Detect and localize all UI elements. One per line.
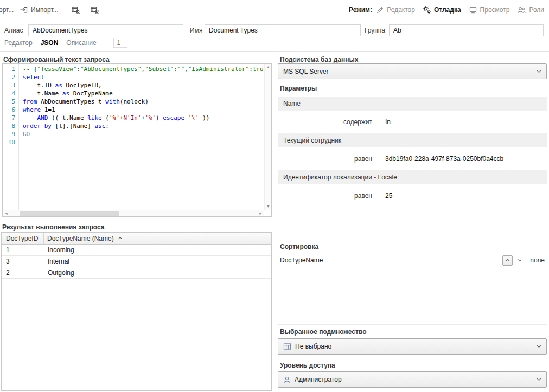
code-token: from [23, 98, 37, 105]
param-value[interactable]: 25 [385, 192, 392, 200]
code-line: -- {"TessaView":"AbDocumentTypes","Subse… [23, 65, 264, 73]
code-token: as [55, 82, 62, 89]
code-token: '%' [109, 114, 120, 121]
tab-editor[interactable]: Редактор [4, 39, 33, 47]
code-token: escape [163, 114, 184, 121]
export-button-label: орт... [0, 6, 14, 14]
table-row[interactable]: 3Internal [2, 256, 271, 267]
code-token: ; [105, 123, 109, 130]
mode-button-debug[interactable]: Отладка [419, 0, 465, 20]
cell-doctypename: Outgoing [44, 267, 271, 278]
mode-label: Режим: [349, 0, 372, 20]
result-section-title: Результат выполнения запроса [2, 223, 104, 231]
export-button[interactable]: орт... [0, 0, 14, 20]
group-input[interactable] [389, 24, 544, 36]
scroll-up-icon[interactable]: ▲ [265, 64, 272, 70]
code-gutter: 12345678910 [3, 64, 19, 210]
subset-select[interactable]: Не выбрано [278, 338, 547, 355]
pencil-icon [376, 6, 384, 14]
sort-controls: none [502, 255, 545, 266]
line-number: 6 [3, 106, 18, 114]
result-table: DocTypeID DocTypeName (Name) 1Incoming3I… [1, 232, 272, 391]
access-select-value: Администратор [295, 376, 342, 383]
code-token: 1=1 [41, 106, 55, 113]
code-token: (( t.Name [48, 114, 87, 121]
db-select[interactable]: MS SQL Server [278, 63, 547, 79]
db-section-title: Подсистема баз данных [280, 56, 358, 63]
sort-asc-icon [118, 236, 123, 241]
sort-field-label: DocTypeName [280, 256, 323, 264]
sort-order-label: none [530, 256, 545, 264]
cell-doctypename: Incoming [44, 245, 271, 255]
editor-horizontal-scrollbar[interactable]: ◄ ► [3, 210, 264, 216]
alias-input[interactable] [28, 24, 183, 36]
toolbar: орт... Импорт... Режим: РедакторОтладкаП… [0, 0, 549, 20]
cell-doctypename: Internal [44, 256, 271, 267]
code-line: order by [t].[Name] asc; [23, 122, 264, 130]
code-token: DocTypeName [69, 90, 112, 97]
code-line: AND (( t.Name like ('%'+N'In'+'%') escap… [23, 114, 264, 122]
code-token: AND [37, 114, 48, 121]
scroll-right-icon[interactable]: ► [257, 210, 264, 217]
chevron-down-icon [517, 258, 522, 263]
view-settings-button[interactable] [90, 0, 99, 20]
param-name-bar: Name [278, 97, 547, 111]
import-button[interactable]: Импорт... [20, 0, 59, 20]
mode-button-editor[interactable]: Редактор [372, 0, 419, 20]
db-select-value: MS SQL Server [283, 68, 329, 75]
code-token: t.Name [23, 90, 62, 97]
params-list: NameсодержитInТекущий сотрудникравен3db1… [278, 97, 547, 207]
param-value[interactable]: In [385, 118, 391, 126]
section-divider [278, 324, 547, 325]
mode-button-view[interactable]: Просмотр [465, 0, 514, 20]
scroll-left-icon[interactable]: ◄ [3, 210, 10, 217]
code-lines[interactable]: -- {"TessaView":"AbDocumentTypes","Subse… [20, 64, 264, 210]
chevron-down-icon [536, 377, 542, 383]
code-line: t.Name as DocTypeName [23, 89, 264, 98]
sort-up-button[interactable] [502, 255, 513, 266]
sql-editor[interactable]: 12345678910 -- {"TessaView":"AbDocumentT… [2, 63, 272, 217]
code-token: ( [102, 114, 109, 121]
param-value[interactable]: 3db19fa0-228a-497f-873a-0250bf0a4ccb [385, 155, 503, 163]
sort-down-button[interactable] [514, 255, 525, 266]
scroll-down-icon[interactable]: ▼ [265, 203, 272, 210]
code-token: as [62, 90, 69, 97]
code-token: select [23, 74, 44, 81]
query-section-title: Сформированный текст запроса [3, 56, 110, 63]
mode-button-label: Отладка [434, 6, 461, 14]
table-body: 1Incoming3Internal2Outgoing [2, 245, 271, 279]
table-search-icon [71, 5, 80, 15]
mode-button-roles[interactable]: Роли [513, 0, 548, 20]
table-row[interactable]: 2Outgoing [2, 267, 271, 279]
scrollbar-thumb[interactable] [20, 211, 119, 216]
column-header-doctypeid[interactable]: DocTypeID [2, 233, 44, 244]
column-header-label: DocTypeID [6, 235, 38, 242]
name-input[interactable] [205, 24, 361, 36]
column-header-doctypename[interactable]: DocTypeName (Name) [44, 233, 271, 244]
code-line: t.ID as DocTypeID, [23, 81, 264, 89]
code-token: ) [156, 114, 163, 121]
mode-button-label: Редактор [387, 6, 415, 14]
table-header-row: DocTypeID DocTypeName (Name) [2, 233, 271, 245]
tab-json[interactable]: JSON [41, 39, 59, 47]
code-token: N'In' [123, 114, 141, 121]
editor-vertical-scrollbar[interactable]: ▲ ▼ [264, 64, 271, 210]
line-number: 3 [3, 81, 18, 89]
code-line [23, 138, 264, 146]
tab-description[interactable]: Описание [66, 39, 96, 47]
people-icon [517, 6, 526, 14]
param-operator: равен [278, 155, 372, 163]
monitor-icon [469, 6, 477, 14]
import-icon [20, 5, 28, 14]
alias-label: Алиас [4, 27, 23, 34]
code-token: [t].[Name] [52, 123, 94, 130]
chevron-down-icon [536, 344, 542, 350]
table-row[interactable]: 1Incoming [2, 245, 271, 256]
param-operator: равен [278, 192, 372, 200]
code-token: (nolock) [120, 98, 149, 105]
subset-select-value: Не выбрано [295, 343, 331, 350]
access-select[interactable]: Администратор [278, 371, 547, 388]
cell-doctypeid: 2 [2, 267, 44, 278]
line-number: 2 [3, 73, 18, 81]
view-search-button[interactable] [71, 0, 80, 20]
